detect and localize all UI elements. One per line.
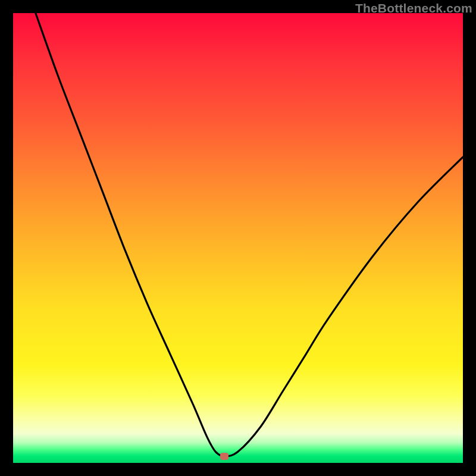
optimum-marker bbox=[220, 453, 228, 460]
chart-frame: TheBottleneck.com bbox=[0, 0, 476, 476]
curve-path bbox=[36, 13, 463, 456]
watermark-text: TheBottleneck.com bbox=[355, 1, 472, 15]
bottleneck-curve bbox=[13, 13, 463, 463]
